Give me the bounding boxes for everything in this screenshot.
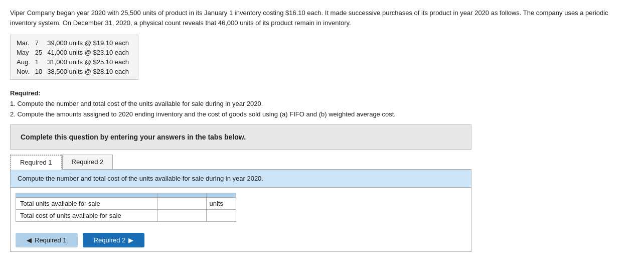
complete-text: Complete this question by entering your … <box>21 133 461 141</box>
nav-buttons: ◀ Required 1 Required 2 ▶ <box>11 233 471 251</box>
purchase-description: 38,500 units @ $28.10 each <box>46 67 133 76</box>
answer-table-wrapper: Total units available for sale units Tot… <box>11 188 471 227</box>
answer-input-cell[interactable] <box>157 210 206 222</box>
tab-description: Compute the number and total cost of the… <box>11 170 471 188</box>
tab-required1[interactable]: Required 1 <box>10 155 62 170</box>
tabs-row: Required 1 Required 2 <box>10 155 471 170</box>
problem-text: Viper Company began year 2020 with 25,50… <box>10 8 632 28</box>
required-section: Required: 1. Compute the number and tota… <box>10 88 634 119</box>
required-label: Required: <box>10 89 41 97</box>
col-header-label <box>16 193 157 198</box>
answer-row: Total cost of units available for sale <box>16 210 236 222</box>
next-button[interactable]: Required 2 ▶ <box>83 233 145 247</box>
purchase-month: Aug. <box>16 57 34 67</box>
purchase-day: 1 <box>34 57 46 67</box>
tab-required2[interactable]: Required 2 <box>62 155 113 170</box>
required-item: 1. Compute the number and total cost of … <box>10 99 634 109</box>
prev-icon: ◀ <box>27 236 32 244</box>
purchase-day: 10 <box>34 67 46 76</box>
purchase-day: 25 <box>34 48 46 57</box>
answer-table: Total units available for sale units Tot… <box>16 193 236 222</box>
next-icon: ▶ <box>128 236 133 244</box>
purchase-description: 39,000 units @ $19.10 each <box>46 38 133 48</box>
answer-input-cell[interactable] <box>157 198 206 210</box>
prev-button[interactable]: ◀ Required 1 <box>16 233 78 247</box>
tabs-container: Required 1 Required 2 Compute the number… <box>10 155 471 252</box>
purchase-row: Mar. 7 39,000 units @ $19.10 each <box>16 38 133 48</box>
answer-input-1[interactable] <box>162 212 202 219</box>
answer-row: Total units available for sale units <box>16 198 236 210</box>
required-item: 2. Compute the amounts assigned to 2020 … <box>10 109 634 120</box>
purchase-row: Nov. 10 38,500 units @ $28.10 each <box>16 67 133 76</box>
purchase-month: Nov. <box>16 67 34 76</box>
answer-unit: units <box>206 198 236 210</box>
answer-label: Total cost of units available for sale <box>16 210 157 222</box>
col-header-unit <box>206 193 236 198</box>
answer-label: Total units available for sale <box>16 198 157 210</box>
purchase-row: May 25 41,000 units @ $23.10 each <box>16 48 133 57</box>
purchase-description: 41,000 units @ $23.10 each <box>46 48 133 57</box>
purchase-table: Mar. 7 39,000 units @ $19.10 each May 25… <box>10 35 138 80</box>
complete-box: Complete this question by entering your … <box>10 124 471 150</box>
prev-label: Required 1 <box>35 236 67 244</box>
purchase-day: 7 <box>34 38 46 48</box>
purchase-month: May <box>16 48 34 57</box>
col-header-value <box>157 193 206 198</box>
purchase-row: Aug. 1 31,000 units @ $25.10 each <box>16 57 133 67</box>
answer-unit <box>206 210 236 222</box>
tab-content: Compute the number and total cost of the… <box>10 169 471 252</box>
next-label: Required 2 <box>94 236 126 244</box>
purchase-month: Mar. <box>16 38 34 48</box>
purchase-description: 31,000 units @ $25.10 each <box>46 57 133 67</box>
answer-input-0[interactable] <box>162 200 202 207</box>
